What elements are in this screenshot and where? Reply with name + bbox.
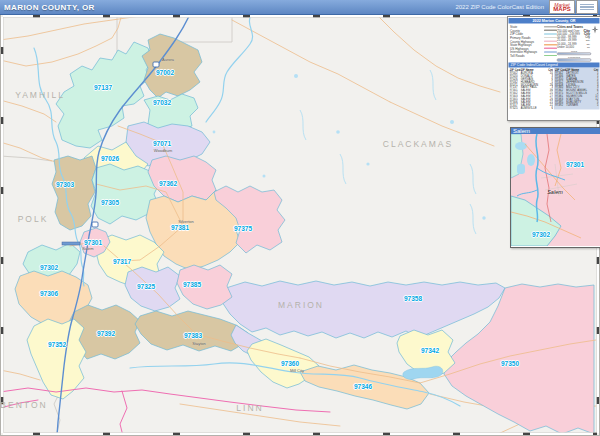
legend-cities: Cities and Towns 250,000 and OverCity100… (557, 25, 598, 61)
inset-city-label: Salem (547, 189, 563, 195)
salem-inset-box: Salem 97301 Salem 973 (510, 127, 600, 248)
zip-table-left: ZIP CodeZIP NameCnt97002AURORA1097020DON… (509, 68, 555, 110)
city-size-sample: City (585, 35, 590, 38)
inset-zip-label-97302: 97302 (532, 231, 550, 238)
city-size-sample: City (587, 46, 590, 48)
legend-box: 2022 Marion County, OR StateCountyZIP Co… (507, 16, 600, 121)
title-bar: MARION COUNTY, OR 2022 ZIP Code ColorCas… (0, 0, 600, 15)
legend-line-swatch (544, 33, 557, 34)
compass-rose-icon (591, 25, 599, 34)
legend-line-swatch (544, 26, 557, 27)
zip-table-cell: 97325 (510, 106, 521, 109)
legend-line-list: StateCountyZIP CodePrimary RoadsCounty H… (510, 25, 557, 61)
inset-map: 97301 Salem 97302 (511, 134, 600, 246)
legend-line-swatch (544, 37, 557, 38)
publisher-logo: Market MAPS (549, 0, 575, 14)
zip-table-cell: 6 (548, 106, 554, 109)
zip-table-cell: 97392 (555, 103, 566, 106)
legend-line-swatch (544, 51, 557, 52)
interstate-shield (153, 62, 159, 67)
interstate-shield (92, 222, 98, 227)
city-size-sample: City (586, 39, 590, 42)
legend-line-swatch (544, 55, 557, 56)
zip-index-table: ZIP CodeZIP NameCnt97002AURORA1097020DON… (508, 68, 600, 110)
logo-text-bottom: MAPS (553, 7, 570, 12)
zip-table-cell: TURNER (566, 103, 593, 106)
legend-line-swatch (544, 44, 557, 45)
legend-item-label: Toll Roads (510, 54, 544, 58)
legend-line-swatch (544, 48, 557, 49)
zip-index-title: ZIP Code Index/Count Legend (509, 62, 600, 67)
scale-bar-km: Kilometers (557, 56, 598, 61)
legend-line-swatch (544, 30, 557, 31)
zip-table-cell: 5 (593, 103, 599, 106)
edition-label: 2022 ZIP Code ColorCast Edition (455, 4, 544, 10)
zip-table-cell: AUMSVILLE (521, 106, 548, 109)
map-title: MARION COUNTY, OR (4, 3, 95, 12)
zip-table-right: ZIP CodeZIP NameCnt97342DETROIT197346GAT… (554, 68, 600, 110)
bridge-marker (62, 242, 80, 245)
city-size-item: Under 10,000City (557, 45, 598, 48)
edition-info-box (576, 0, 598, 14)
city-size-sample: City (586, 43, 590, 46)
legend-line-swatch (544, 41, 557, 42)
legend-title: 2022 Marion County, OR (509, 18, 600, 24)
inset-zip-label-97301: 97301 (566, 161, 584, 168)
zip-table-row: 97325AUMSVILLE6 (510, 106, 554, 109)
zip-table-row: 97392TURNER5 (555, 103, 599, 106)
scale-bar-miles: Miles (557, 50, 598, 55)
city-size-label: Under 10,000 (557, 45, 574, 48)
legend-item: Toll Roads (510, 54, 557, 58)
